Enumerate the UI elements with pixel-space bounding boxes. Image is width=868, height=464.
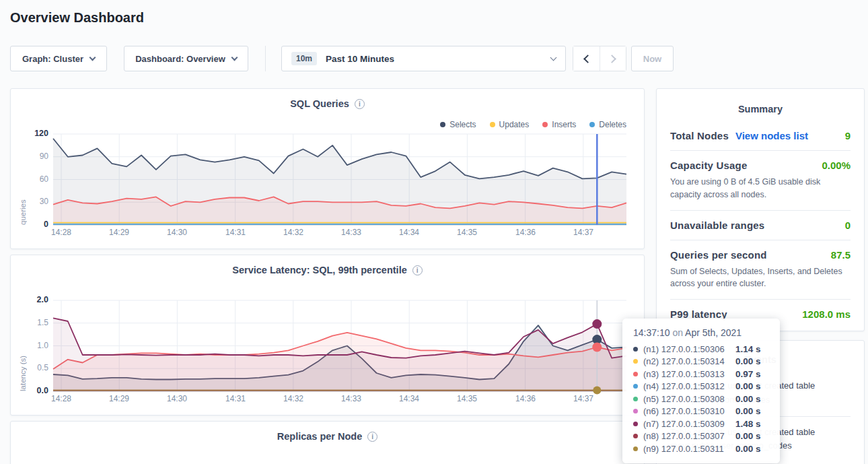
x-tick: 14:34 (399, 394, 419, 403)
summary-title: Summary (670, 104, 851, 114)
legend-item[interactable]: Inserts (542, 120, 576, 129)
tooltip-row: (n1) 127.0.0.1:503061.14 s (633, 343, 769, 356)
x-tick: 14:31 (225, 228, 246, 237)
y-tick: 2.0 (22, 295, 48, 304)
x-tick: 14:30 (167, 228, 187, 237)
chevron-right-icon (608, 55, 616, 63)
y-tick: 1.0 (22, 341, 48, 350)
x-tick: 14:34 (399, 228, 419, 237)
legend-dot (542, 122, 548, 127)
dashboard-dropdown-label: Dashboard: Overview (135, 54, 225, 64)
tooltip-row: (n4) 127.0.0.1:503120.00 s (633, 380, 769, 393)
summary-value: 1208.0 ms (802, 308, 851, 320)
chevron-left-icon (583, 55, 592, 63)
series-dot (633, 409, 638, 413)
legend-item[interactable]: Updates (490, 120, 530, 129)
tooltip-row: (n8) 127.0.0.1:503070.00 s (633, 430, 769, 443)
legend-item[interactable]: Deletes (589, 120, 626, 129)
x-tick: 14:35 (457, 228, 477, 237)
summary-row: Capacity Usage0.00%You are using 0 B of … (670, 151, 851, 211)
service-latency-panel: Service Latency: SQL, 99th percentile i … (10, 255, 645, 416)
service-latency-title: Service Latency: SQL, 99th percentile (232, 265, 407, 275)
sql-queries-legend: SelectsUpdatesInsertsDeletes (440, 120, 626, 129)
series-dot (633, 372, 638, 376)
y-tick: 60 (22, 174, 48, 184)
x-tick: 14:36 (515, 394, 536, 403)
sql-queries-title: SQL Queries (290, 98, 349, 109)
y-tick: 30 (22, 197, 48, 206)
legend-item[interactable]: Selects (440, 120, 476, 129)
time-range-label: Past 10 Minutes (326, 54, 394, 64)
summary-value: 0 (845, 220, 851, 231)
chart-tooltip: 14:37:10 on Apr 5th, 2021 (n1) 127.0.0.1… (622, 319, 780, 463)
sql-queries-panel: SQL Queries i SelectsUpdatesInsertsDelet… (10, 88, 645, 249)
x-tick: 14:36 (515, 228, 536, 237)
info-icon[interactable]: i (412, 265, 423, 275)
y-tick: 0 (22, 220, 48, 229)
replicas-per-node-title: Replicas per Node (277, 431, 363, 442)
dashboard-dropdown[interactable]: Dashboard: Overview (124, 46, 248, 71)
x-tick: 14:35 (457, 394, 477, 403)
service-latency-plot[interactable] (53, 300, 626, 391)
info-icon[interactable]: i (367, 432, 377, 442)
legend-dot (490, 122, 495, 127)
x-tick: 14:37 (573, 394, 593, 403)
series-dot (633, 446, 638, 451)
sql-queries-plot[interactable] (53, 134, 626, 225)
y-tick: 0.5 (22, 363, 48, 372)
x-tick: 14:32 (283, 394, 303, 403)
x-tick: 14:28 (51, 394, 71, 403)
summary-value: 0.00% (822, 160, 851, 171)
summary-row: Unavailable ranges0 (670, 211, 851, 240)
y-tick: 1.5 (22, 318, 48, 327)
series-dot (633, 422, 638, 426)
chevron-down-icon (550, 54, 557, 61)
tooltip-row: (n6) 127.0.0.1:503100.00 s (633, 405, 769, 418)
chevron-down-icon (231, 54, 238, 61)
x-tick: 14:30 (167, 394, 187, 403)
tooltip-row: (n9) 127.0.0.1:503110.00 s (633, 442, 769, 455)
summary-row: Total NodesView nodes list9 (670, 121, 851, 151)
info-icon[interactable]: i (355, 99, 365, 109)
x-tick: 14:37 (573, 228, 593, 237)
replicas-per-node-panel: Replicas per Node i (10, 421, 645, 464)
time-range-selector[interactable]: 10m Past 10 Minutes (281, 46, 566, 71)
tooltip-row: (n2) 127.0.0.1:503140.00 s (633, 356, 769, 368)
x-tick: 14:28 (51, 228, 71, 237)
toolbar-divider (265, 46, 266, 71)
summary-row: Queries per second87.5Sum of Selects, Up… (670, 240, 851, 300)
x-tick: 14:29 (109, 394, 129, 403)
y-tick: 90 (22, 152, 48, 161)
prev-range-button[interactable] (573, 46, 600, 71)
legend-dot (589, 122, 595, 127)
summary-panel: Summary Total NodesView nodes list9Capac… (656, 88, 865, 331)
y-tick: 0.0 (22, 386, 48, 395)
view-nodes-link[interactable]: View nodes list (735, 130, 808, 141)
graph-dropdown[interactable]: Graph: Cluster (10, 46, 107, 71)
tooltip-row: (n3) 127.0.0.1:503130.97 s (633, 368, 769, 380)
tooltip-row: (n5) 127.0.0.1:503080.00 s (633, 393, 769, 405)
summary-rows: Total NodesView nodes list9Capacity Usag… (670, 121, 851, 329)
series-dot (633, 347, 638, 352)
time-nav-group (573, 46, 626, 71)
x-tick: 14:32 (283, 228, 303, 237)
series-dot (633, 384, 638, 389)
tooltip-row: (n7) 127.0.0.1:503091.48 s (633, 418, 769, 430)
series-dot (633, 397, 638, 401)
next-range-button[interactable] (600, 46, 626, 71)
time-range-badge: 10m (291, 52, 317, 65)
page-title: Overview Dashboard (10, 10, 144, 26)
y-tick: 120 (22, 129, 48, 138)
x-tick: 14:33 (341, 394, 361, 403)
x-tick: 14:29 (109, 228, 129, 237)
graph-dropdown-label: Graph: Cluster (22, 54, 83, 64)
legend-dot (440, 122, 445, 127)
summary-value: 87.5 (831, 249, 851, 261)
series-dot (633, 434, 638, 438)
chevron-down-icon (89, 54, 96, 61)
x-tick: 14:31 (225, 394, 246, 403)
summary-value: 9 (845, 130, 851, 141)
now-button[interactable]: Now (631, 46, 674, 71)
tooltip-rows: (n1) 127.0.0.1:503061.14 s(n2) 127.0.0.1… (633, 343, 769, 455)
x-tick: 14:33 (341, 228, 361, 237)
